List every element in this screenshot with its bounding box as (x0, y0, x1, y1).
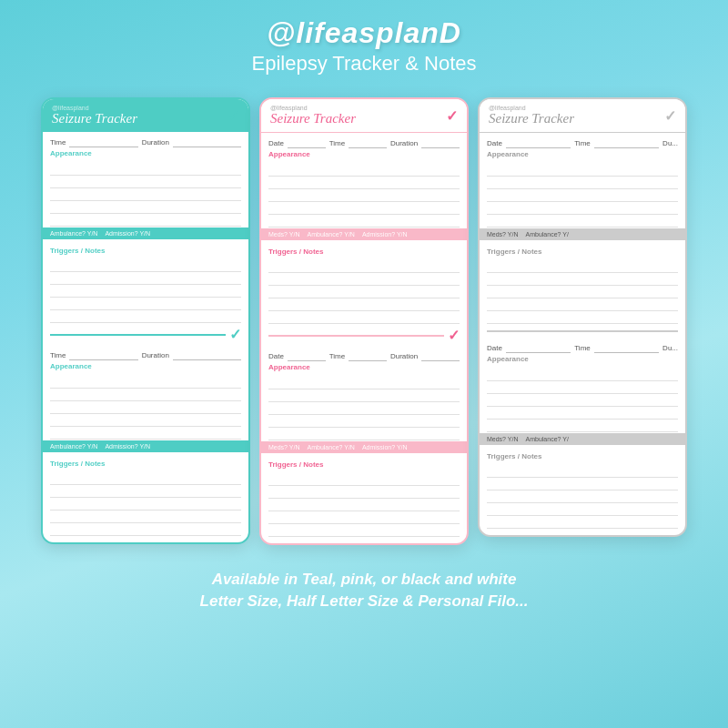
teal-time-line (69, 136, 137, 147)
gray-trigger-lines-2 (480, 466, 685, 535)
pink-triggers-block-1: Triggers / Notes (261, 240, 467, 261)
teal-triggers-label-2: Triggers / Notes (50, 460, 241, 468)
pink-meds: Meds? Y/N (268, 231, 300, 238)
pink-entry2-lines (261, 378, 467, 440)
pink-brand: @lifeaspland (270, 105, 356, 111)
teal-entry1-lines (43, 164, 248, 227)
pink-card-header: @lifeaspland Seizure Tracker ✓ (261, 99, 467, 133)
teal-date-row-2: Time Duration (50, 349, 241, 360)
teal-duration-line (173, 136, 241, 147)
gray-title: Seizure Tracker (489, 111, 574, 126)
pink-admission: Admission? Y/N (362, 231, 408, 238)
pink-trigger-lines-2 (261, 474, 467, 543)
gray-ambulance: Ambulance? Y/ (526, 231, 569, 238)
pink-checkmark: ✓ (446, 107, 458, 125)
page-title: Epilepsy Tracker & Notes (0, 52, 728, 76)
pink-appearance-label-2: Appearance (268, 363, 460, 371)
pink-check-mid: ✓ (448, 327, 460, 344)
pink-ambulance-2: Ambulance? Y/N (308, 444, 355, 450)
gray-entry-1: Date Time Du... Appearance (480, 133, 685, 165)
footer: Available in Teal, pink, or black and wh… (0, 554, 728, 620)
teal-check-mid: ✓ (229, 326, 241, 343)
teal-entry-1: Time Duration Appearance (43, 132, 248, 164)
pink-date-row-2: Date Time Duration (268, 350, 460, 361)
teal-entry-2: Time Duration Appearance (43, 345, 248, 377)
gray-entry-2: Date Time Du... Appearance (480, 338, 685, 369)
teal-appearance-label-2: Appearance (50, 362, 241, 370)
teal-card-header: @lifeaspland Seizure Tracker ✓ (43, 99, 248, 132)
gray-triggers-label-2: Triggers / Notes (487, 452, 678, 460)
gray-checkmark: ✓ (664, 107, 676, 125)
teal-triggers-block-2: Triggers / Notes (43, 452, 248, 473)
gray-card-header: @lifeaspland Seizure Tracker ✓ (480, 99, 685, 133)
pink-entry-1: Date Time Duration Appearance (261, 133, 467, 165)
pink-time-label-2: Time (329, 352, 345, 360)
gray-triggers-label-1: Triggers / Notes (487, 248, 678, 256)
teal-ambulance: Ambulance? Y/N (50, 230, 97, 237)
teal-triggers-block-1: Triggers / Notes (43, 239, 248, 260)
gray-date-row-2: Date Time Du... (487, 342, 678, 353)
gray-ambulance-2: Ambulance? Y/ (526, 436, 569, 442)
pink-triggers-label-1: Triggers / Notes (268, 248, 460, 256)
pink-card: @lifeaspland Seizure Tracker ✓ Date Time… (259, 97, 469, 545)
gray-divider-1 (480, 325, 685, 338)
pink-triggers-label-2: Triggers / Notes (268, 460, 460, 469)
pink-divider-1: ✓ (261, 325, 467, 346)
teal-appearance-label: Appearance (50, 149, 241, 157)
teal-admission: Admission? Y/N (105, 230, 150, 237)
pink-duration-label: Duration (390, 139, 418, 147)
teal-duration-line-2 (173, 349, 241, 360)
gray-duration-label: Du... (662, 139, 678, 147)
gray-meds-bar-2: Meds? Y/N Ambulance? Y/ (480, 433, 685, 445)
cards-container: @lifeaspland Seizure Tracker ✓ Time Dura… (0, 85, 728, 554)
teal-triggers-label-1: Triggers / Notes (50, 247, 241, 255)
teal-time-line-2 (69, 349, 137, 360)
teal-entry2-lines (43, 377, 248, 440)
pink-meds-bar-2: Meds? Y/N Ambulance? Y/N Admission? Y/N (261, 441, 467, 453)
gray-brand: @lifeaspland (489, 105, 574, 111)
gray-meds: Meds? Y/N (487, 231, 519, 238)
gray-entry1-lines (480, 165, 685, 228)
teal-meds-bar-1: Ambulance? Y/N Admission? Y/N (43, 228, 248, 239)
pink-date-label: Date (268, 139, 284, 147)
teal-time-label-2: Time (50, 351, 66, 359)
pink-time-label: Time (329, 139, 345, 147)
teal-brand: @lifeaspland (52, 105, 137, 111)
teal-divider-1: ✓ (43, 324, 248, 345)
gray-date-label-2: Date (487, 344, 502, 352)
gray-trigger-lines-1 (480, 261, 685, 324)
teal-date-row: Time Duration (50, 136, 241, 147)
teal-duration-label-2: Duration (142, 351, 169, 359)
pink-ambulance: Ambulance? Y/N (308, 231, 355, 238)
pink-trigger-lines-1 (261, 261, 467, 324)
pink-duration-label-2: Duration (390, 352, 418, 360)
gray-card: @lifeaspland Seizure Tracker ✓ Date Time… (478, 97, 687, 537)
gray-meds-2: Meds? Y/N (487, 436, 519, 442)
pink-admission-2: Admission? Y/N (362, 444, 408, 450)
gray-time-label-2: Time (574, 344, 590, 352)
social-handle: @lifeasplanD (0, 16, 728, 50)
teal-checkmark: ✓ (228, 107, 239, 125)
pink-appearance-label: Appearance (268, 150, 460, 158)
gray-triggers-block-1: Triggers / Notes (480, 240, 685, 261)
gray-triggers-block-2: Triggers / Notes (480, 445, 685, 466)
teal-trigger-lines-1 (43, 260, 248, 323)
gray-date-label: Date (487, 139, 502, 147)
gray-appearance-label: Appearance (487, 150, 678, 158)
teal-card: @lifeaspland Seizure Tracker ✓ Time Dura… (41, 97, 250, 544)
gray-duration-label-2: Du... (662, 344, 678, 352)
teal-admission-2: Admission? Y/N (105, 443, 150, 450)
pink-date-row: Date Time Duration (268, 137, 460, 148)
pink-date-label-2: Date (268, 352, 284, 360)
gray-date-row: Date Time Du... (487, 137, 678, 148)
gray-meds-bar-1: Meds? Y/N Ambulance? Y/ (480, 228, 685, 240)
gray-appearance-label-2: Appearance (487, 355, 678, 363)
footer-line1: Available in Teal, pink, or black and wh… (9, 571, 719, 589)
teal-duration-label: Duration (142, 138, 169, 147)
pink-entry-2: Date Time Duration Appearance (261, 346, 467, 378)
page-header: @lifeasplanD Epilepsy Tracker & Notes (0, 0, 728, 85)
pink-title: Seizure Tracker (270, 111, 356, 126)
pink-meds-2: Meds? Y/N (268, 444, 300, 450)
teal-time-label: Time (50, 138, 66, 147)
pink-meds-bar-1: Meds? Y/N Ambulance? Y/N Admission? Y/N (261, 228, 467, 240)
